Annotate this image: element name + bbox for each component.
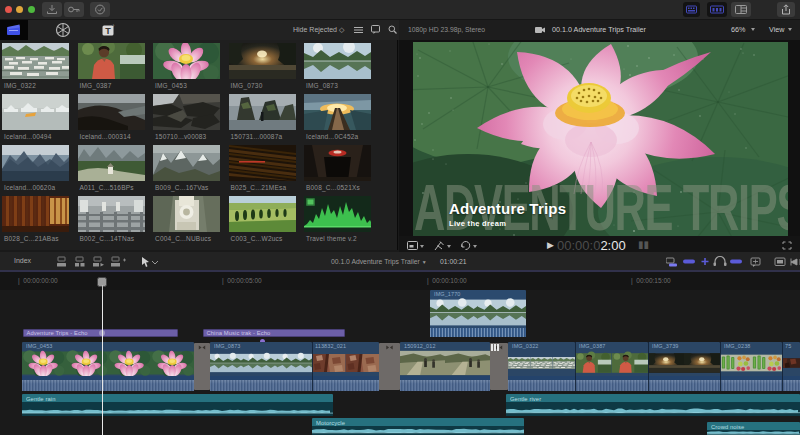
svg-text:T: T	[105, 26, 111, 36]
svg-text:♪: ♪	[112, 22, 115, 28]
